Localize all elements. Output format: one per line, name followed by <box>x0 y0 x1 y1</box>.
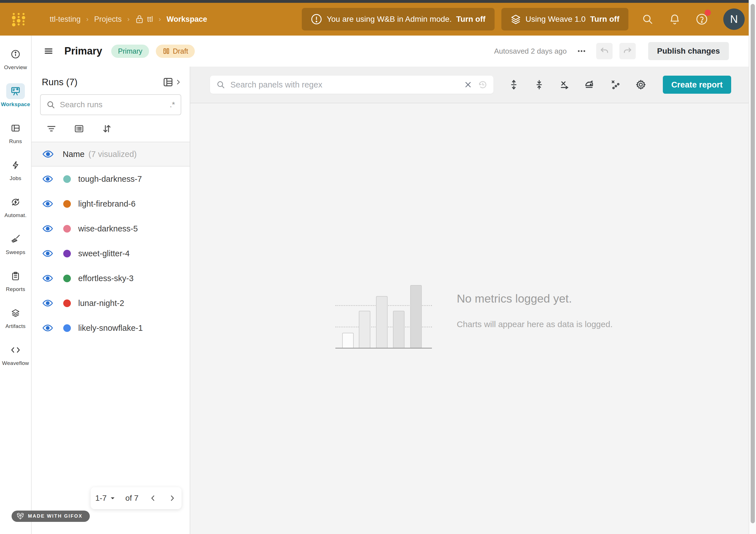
notifications-bell-icon[interactable] <box>667 11 683 27</box>
empty-state: No metrics logged yet. Charts will appea… <box>336 285 612 349</box>
run-row[interactable]: wise-darkness-5 <box>32 216 190 241</box>
wandb-logo-icon[interactable] <box>11 12 26 27</box>
visibility-eye-icon[interactable] <box>42 322 53 334</box>
global-search-icon[interactable] <box>640 11 656 27</box>
run-row[interactable]: sweet-glitter-4 <box>32 241 190 266</box>
help-icon[interactable] <box>694 11 710 27</box>
sidebar-item-runs[interactable]: Runs <box>0 117 31 154</box>
weave-banner[interactable]: Using Weave 1.0 Turn off <box>501 8 628 31</box>
panels-canvas: No metrics logged yet. Charts will appea… <box>190 103 756 534</box>
runs-search-box: .* <box>40 94 181 115</box>
run-name: effortless-sky-3 <box>78 274 134 283</box>
runs-table-icon <box>6 120 25 136</box>
run-name: lunar-night-2 <box>78 299 124 308</box>
run-row[interactable]: light-firebrand-6 <box>32 191 190 216</box>
visualized-count: (7 visualized) <box>88 149 137 159</box>
sort-icon[interactable] <box>101 123 112 134</box>
admin-mode-banner[interactable]: You are using W&B in Admin mode. Turn of… <box>302 8 494 31</box>
sidebar-item-artifacts[interactable]: Artifacts <box>0 302 31 339</box>
smoothing-iron-icon[interactable] <box>584 78 596 91</box>
create-report-button[interactable]: Create report <box>663 76 731 94</box>
undo-icon <box>600 46 609 56</box>
runs-header-row[interactable]: Name (7 visualized) <box>32 142 190 167</box>
sidebar-item-sweeps[interactable]: Sweeps <box>0 228 31 265</box>
run-name: likely-snowflake-1 <box>78 323 143 333</box>
breadcrumb-current: Workspace <box>167 15 207 24</box>
run-color-dot <box>63 175 71 183</box>
settings-gear-icon[interactable] <box>634 78 647 91</box>
empty-state-subtitle: Charts will appear here as data is logge… <box>457 319 612 329</box>
user-avatar[interactable]: N <box>723 9 745 30</box>
draft-badge[interactable]: Draft <box>156 44 195 58</box>
breadcrumb-entity[interactable]: ttl-testing <box>50 15 81 24</box>
admin-turn-off-button[interactable]: Turn off <box>456 15 486 24</box>
panel-menu-icon[interactable] <box>43 45 54 57</box>
run-row[interactable]: lunar-night-2 <box>32 291 190 315</box>
group-list-icon[interactable] <box>73 123 85 134</box>
publish-changes-button[interactable]: Publish changes <box>648 42 729 60</box>
runs-count-title: Runs (7) <box>42 77 78 88</box>
panels-search-box <box>210 76 494 94</box>
left-nav-rail: Overview Workspace Runs Jobs <box>0 36 32 534</box>
empty-chart-illustration <box>336 285 432 349</box>
x-axis-settings-icon[interactable] <box>558 78 571 91</box>
visibility-eye-icon[interactable] <box>42 198 53 209</box>
page-total: of 7 <box>125 494 139 503</box>
run-color-dot <box>63 275 71 282</box>
visibility-eye-icon[interactable] <box>42 248 53 259</box>
lock-icon <box>135 14 144 24</box>
artifacts-layers-icon <box>6 305 25 321</box>
sidebar-item-reports[interactable]: Reports <box>0 265 31 302</box>
collapse-panels-icon[interactable] <box>533 78 545 91</box>
visibility-eye-icon[interactable] <box>42 173 53 185</box>
chevron-right-icon <box>168 494 176 502</box>
redo-icon <box>623 46 632 56</box>
panels-search-input[interactable] <box>230 80 458 90</box>
expand-panels-icon[interactable] <box>508 78 520 91</box>
runs-pagination: 1-7 of 7 <box>91 487 181 509</box>
outliers-icon[interactable] <box>609 78 622 91</box>
breadcrumb-project[interactable]: ttl <box>147 15 153 24</box>
sidebar-item-workspace[interactable]: Workspace <box>0 80 31 117</box>
expand-runs-table-button[interactable] <box>163 76 182 88</box>
scrollbar-thumb[interactable] <box>751 4 755 523</box>
visibility-eye-icon[interactable] <box>42 148 54 160</box>
run-row[interactable]: effortless-sky-3 <box>32 266 190 291</box>
app-bar: ttl-testing › Projects › ttl › Workspace… <box>0 3 756 36</box>
overflow-menu-icon[interactable] <box>574 43 589 59</box>
runs-sidebar: Runs (7) .* <box>32 67 190 534</box>
search-history-icon <box>478 80 488 90</box>
regex-toggle[interactable]: .* <box>170 100 175 109</box>
clear-search-icon[interactable] <box>464 80 472 89</box>
runs-search-input[interactable] <box>60 100 165 109</box>
run-color-dot <box>63 200 71 208</box>
column-header-name: Name <box>63 149 84 159</box>
lightning-bolt-icon <box>6 157 25 173</box>
chevron-right-icon <box>175 78 182 86</box>
visibility-eye-icon[interactable] <box>42 273 53 284</box>
admin-banner-text: You are using W&B in Admin mode. <box>327 15 452 24</box>
sidebar-item-automations[interactable]: Automat. <box>0 191 31 228</box>
visibility-eye-icon[interactable] <box>42 223 53 234</box>
table-icon <box>163 76 175 88</box>
visibility-eye-icon[interactable] <box>42 298 53 309</box>
sidebar-item-overview[interactable]: Overview <box>0 43 31 80</box>
breadcrumb-projects[interactable]: Projects <box>94 15 122 24</box>
next-page-button[interactable] <box>167 494 177 503</box>
filter-icon[interactable] <box>46 123 57 134</box>
breadcrumb-separator: › <box>86 15 89 23</box>
fox-icon <box>16 512 25 520</box>
page-range-dropdown[interactable]: 1-7 <box>95 494 116 503</box>
redo-button[interactable] <box>619 43 636 59</box>
breadcrumb-separator: › <box>127 15 130 23</box>
sidebar-item-weaveflow[interactable]: Weaveflow <box>0 339 31 376</box>
run-row[interactable]: tough-darkness-7 <box>32 167 190 191</box>
run-name: tough-darkness-7 <box>78 174 142 184</box>
run-row[interactable]: likely-snowflake-1 <box>32 315 190 340</box>
weave-turn-off-button[interactable]: Turn off <box>590 15 619 24</box>
run-color-dot <box>63 225 71 232</box>
sidebar-item-jobs[interactable]: Jobs <box>0 154 31 191</box>
panels-area: Create report No metrics logged yet <box>190 67 756 534</box>
prev-page-button[interactable] <box>148 494 158 503</box>
undo-button[interactable] <box>596 43 612 59</box>
